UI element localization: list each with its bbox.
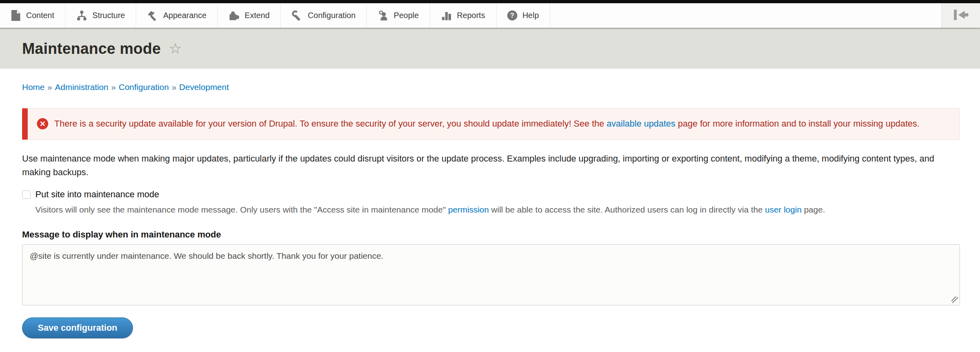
toolbar-item-extend[interactable]: Extend	[218, 3, 281, 28]
toolbar-spacer	[550, 3, 941, 28]
toolbar-item-label: Content	[26, 11, 54, 20]
toolbar-item-help[interactable]: ? Help	[496, 3, 550, 28]
save-configuration-button[interactable]: Save configuration	[22, 317, 133, 338]
toolbar-item-content[interactable]: Content	[0, 3, 65, 28]
maintenance-checkbox-label[interactable]: Put site into maintenance mode	[35, 189, 159, 200]
permission-link[interactable]: permission	[448, 205, 489, 214]
error-x-icon: ×	[37, 118, 48, 129]
top-black-strip	[0, 0, 980, 3]
breadcrumb-link-home[interactable]: Home	[22, 82, 45, 92]
toolbar-item-label: Appearance	[163, 11, 206, 20]
breadcrumb-separator: »	[169, 82, 179, 92]
toolbar-collapse-left-icon	[953, 8, 969, 23]
error-message-box: × There is a security update available f…	[22, 108, 960, 140]
breadcrumb-separator: »	[108, 82, 119, 92]
sitemap-icon	[76, 10, 87, 21]
description-before: Visitors will only see the maintenance m…	[35, 205, 448, 214]
admin-toolbar: Content Structure Appearance	[0, 3, 980, 28]
bar-chart-icon	[441, 10, 452, 21]
description-after: page.	[802, 205, 825, 214]
toolbar-item-label: Reports	[457, 11, 485, 20]
people-icon	[378, 10, 388, 21]
breadcrumb: Home»Administration»Configuration»Develo…	[0, 69, 980, 92]
paintbrush-icon	[147, 10, 158, 21]
error-text-before: There is a security update available for…	[54, 119, 606, 129]
maintenance-mode-checkbox[interactable]	[22, 190, 31, 199]
toolbar-item-label: Help	[523, 11, 539, 20]
toolbar-item-label: Configuration	[308, 11, 355, 20]
available-updates-link[interactable]: available updates	[606, 119, 675, 129]
breadcrumb-separator: »	[45, 82, 55, 92]
toolbar-item-people[interactable]: People	[367, 3, 430, 28]
description-middle: will be able to access the site. Authori…	[489, 205, 765, 214]
maintenance-checkbox-description: Visitors will only see the maintenance m…	[35, 204, 958, 216]
maintenance-message-textarea[interactable]: @site is currently under maintenance. We…	[22, 244, 960, 305]
question-icon: ?	[507, 10, 517, 20]
error-message-text: There is a security update available for…	[54, 117, 919, 130]
toolbar-item-label: People	[394, 11, 419, 20]
toolbar-item-appearance[interactable]: Appearance	[136, 3, 218, 28]
breadcrumb-link-development[interactable]: Development	[179, 82, 229, 92]
maintenance-checkbox-row: Put site into maintenance mode	[22, 189, 958, 200]
toolbar-item-structure[interactable]: Structure	[65, 3, 136, 28]
breadcrumb-link-configuration[interactable]: Configuration	[118, 82, 169, 92]
wrench-icon	[292, 10, 302, 21]
page: Content Structure Appearance	[0, 0, 980, 338]
maintenance-mode-intro: Use maintenance mode when making major u…	[22, 152, 958, 179]
favorite-star-icon[interactable]: ☆	[169, 41, 182, 56]
toolbar-orientation-toggle[interactable]	[941, 3, 980, 28]
toolbar-item-reports[interactable]: Reports	[430, 3, 496, 28]
message-field-label: Message to display when in maintenance m…	[22, 229, 958, 240]
puzzle-icon	[229, 10, 239, 21]
message-textarea-wrap: @site is currently under maintenance. We…	[22, 244, 960, 305]
user-login-link[interactable]: user login	[765, 205, 802, 214]
toolbar-item-configuration[interactable]: Configuration	[281, 3, 367, 28]
page-header: Maintenance mode ☆	[0, 28, 980, 69]
breadcrumb-link-administration[interactable]: Administration	[55, 82, 108, 92]
error-text-after: page for more information and to install…	[676, 119, 920, 129]
toolbar-item-label: Structure	[92, 11, 125, 20]
textarea-resize-grip[interactable]	[951, 297, 958, 303]
file-icon	[10, 10, 21, 21]
page-title: Maintenance mode	[22, 40, 161, 57]
toolbar-item-label: Extend	[245, 11, 270, 20]
